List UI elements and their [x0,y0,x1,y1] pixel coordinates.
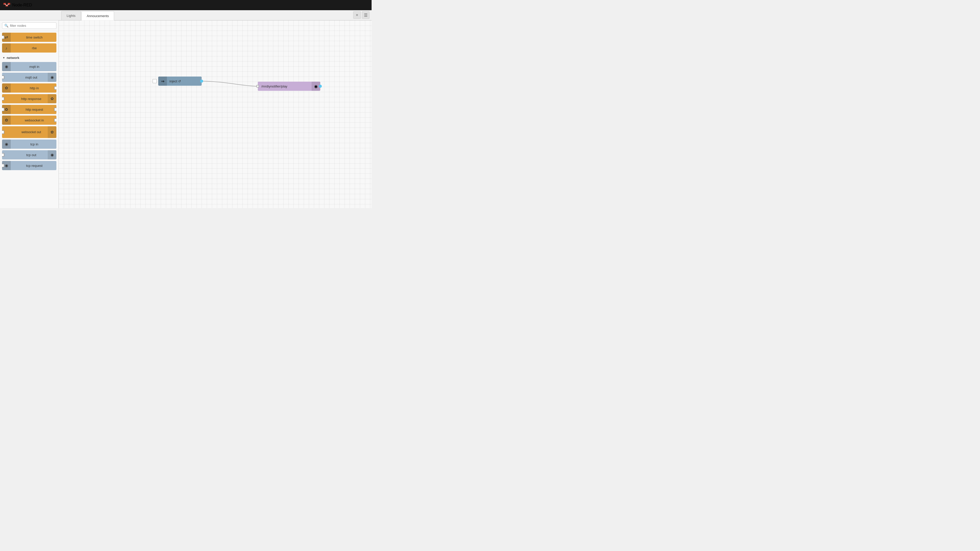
category-network[interactable]: ▼ network [0,54,59,61]
time-switch-icon-left: ⇄ [2,33,11,42]
canvas-node-notifier[interactable]: /mrdiynotifier/play ◉ [258,82,320,91]
wire-overlay [59,21,372,208]
notifier-port-left [256,85,259,87]
filter-input[interactable] [10,24,54,27]
node-time-switch[interactable]: ⇄ time switch [2,33,56,42]
tab-actions: + ☰ [353,11,372,19]
search-icon: 🔍 [4,24,8,27]
node-tcp-request[interactable]: ◉ tcp request [2,161,56,170]
network-arrow-icon: ▼ [3,56,5,59]
node-tcp-in[interactable]: ◉ tcp in [2,140,56,149]
tab-announcements[interactable]: Annoucements [81,11,115,21]
websocket-in-icon: ✿ [2,116,11,125]
node-http-request[interactable]: ✿ http request [2,105,56,114]
flow-canvas[interactable]: ⇒ inject ↺ /mrdiynotifier/play ◉ [59,21,372,208]
http-request-icon: ✿ [2,105,11,114]
main-layout: 🔍 ⇄ time switch ♪ rbe ▼ network ◉ mqtt i… [0,21,372,208]
app-title: Node-RED [12,3,32,7]
mqtt-out-icon: ◉ [48,73,56,82]
tcp-request-icon: ◉ [2,161,11,170]
node-http-response[interactable]: ✿ http response [2,94,56,103]
tab-list-button[interactable]: ☰ [362,11,369,19]
node-mqtt-in[interactable]: ◉ mqtt in [2,62,56,71]
titlebar: Node-RED [0,0,372,10]
canvas-node-inject[interactable]: ⇒ inject ↺ [158,76,202,86]
tab-bar: Lights Annoucements + ☰ [0,10,372,21]
tcp-out-icon: ◉ [48,150,56,159]
node-http-in[interactable]: ✿ http in [2,83,56,93]
filter-input-wrap: 🔍 [2,22,56,29]
filter-bar: 🔍 [0,21,59,31]
tcp-in-icon: ◉ [2,140,11,149]
node-tcp-out[interactable]: ◉ tcp out [2,150,56,159]
inject-icon-left: ⇒ [158,76,167,86]
http-response-icon: ✿ [48,94,56,103]
node-rbe[interactable]: ♪ rbe [2,43,56,52]
notifier-port-right [319,85,322,88]
tab-lights[interactable]: Lights [61,11,81,20]
node-mqtt-out[interactable]: ◉ mqtt out [2,73,56,82]
websocket-out-icon: ✿ [48,126,56,138]
app-logo: Node-RED [3,2,32,9]
node-red-logo-icon [3,2,10,9]
node-websocket-in[interactable]: ✿ websocket in [2,116,56,125]
mqtt-in-icon: ◉ [2,62,11,71]
add-tab-button[interactable]: + [353,11,361,19]
http-in-icon: ✿ [2,83,11,93]
inject-label: inject ↺ [167,79,202,83]
node-websocket-out[interactable]: ✿ websocket out [2,126,56,138]
sidebar: 🔍 ⇄ time switch ♪ rbe ▼ network ◉ mqtt i… [0,21,59,208]
inject-port-right [200,79,203,83]
rbe-icon-left: ♪ [2,43,11,52]
notifier-label: /mrdiynotifier/play [258,84,312,88]
inject-checkbox[interactable] [153,79,157,83]
